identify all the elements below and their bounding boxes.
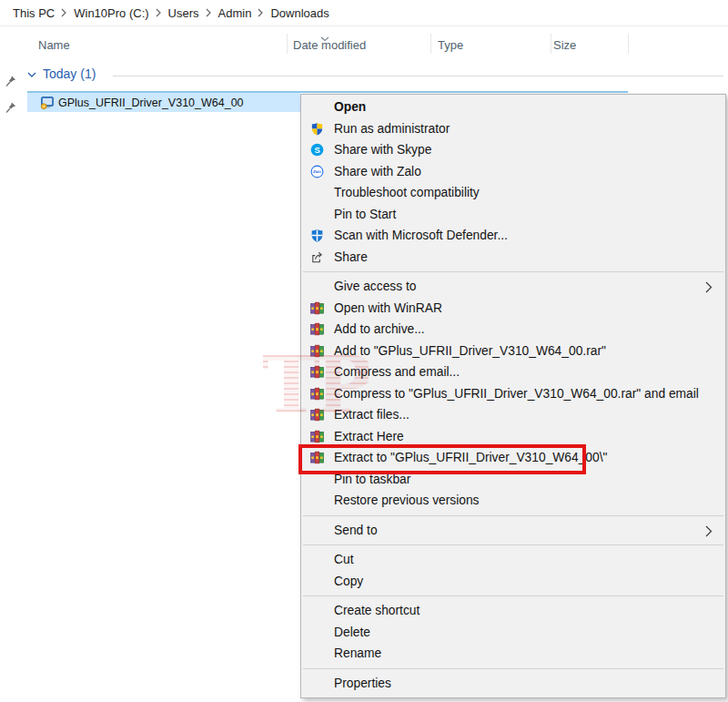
menu-item-label: Send to (334, 524, 378, 537)
file-row-selected[interactable]: GPlus_UFRII_Driver_V310_W64_00 (27, 93, 300, 112)
menu-separator (303, 271, 723, 272)
menu-item-label: Cut (334, 553, 353, 566)
chevron-down-icon (27, 66, 36, 82)
winrar-icon (308, 300, 325, 316)
menu-item-label: Share with Zalo (334, 165, 421, 178)
menu-item-run-as-administrator[interactable]: Run as administrator (301, 118, 725, 140)
menu-item-label: Pin to taskbar (334, 473, 410, 486)
pin-icon (4, 101, 17, 118)
column-header-size[interactable]: Size (553, 38, 576, 52)
uac-shield-icon (308, 120, 325, 137)
menu-item-label: Properties (334, 677, 391, 690)
menu-item-label: Run as administrator (334, 122, 450, 136)
menu-item-restore-previous-versions[interactable]: Restore previous versions (301, 490, 725, 512)
skype-icon: S (308, 142, 325, 158)
column-resize-handle[interactable] (287, 34, 288, 54)
menu-item-troubleshoot-compatibility[interactable]: Troubleshoot compatibility (301, 182, 725, 204)
menu-item-label: Rename (334, 646, 381, 660)
defender-shield-icon (308, 228, 325, 244)
menu-item-send-to[interactable]: Send to (301, 520, 725, 542)
column-resize-handle[interactable] (628, 34, 629, 54)
group-header-label: Today (1) (43, 66, 96, 81)
breadcrumb-item-this-pc[interactable]: This PC (9, 6, 58, 20)
zalo-icon: Zalo (308, 163, 325, 179)
breadcrumb: This PC Win10Pro (C:) Users Admin Downlo… (0, 0, 728, 26)
menu-item-label: Add to archive... (334, 322, 425, 336)
menu-item-label: Troubleshoot compatibility (334, 186, 480, 199)
menu-item-open-with-winrar[interactable]: Open with WinRAR (301, 298, 725, 320)
menu-item-pin-to-taskbar[interactable]: Pin to taskbar (301, 469, 725, 491)
menu-separator (303, 668, 723, 669)
menu-item-label: Add to "GPlus_UFRII_Driver_V310_W64_00.r… (334, 344, 606, 358)
menu-item-compress-to-rar-and-email[interactable]: Compress to "GPlus_UFRII_Driver_V310_W64… (301, 383, 725, 405)
menu-item-share[interactable]: Share (301, 247, 725, 269)
menu-item-label: Share with Skype (334, 143, 431, 157)
breadcrumb-item-admin[interactable]: Admin (215, 6, 256, 20)
breadcrumb-chevron-icon[interactable] (203, 8, 215, 17)
winrar-icon (308, 407, 325, 423)
winrar-icon (308, 450, 325, 466)
winrar-icon (308, 342, 325, 359)
breadcrumb-chevron-icon[interactable] (255, 8, 267, 17)
menu-item-label: Open (334, 100, 366, 114)
menu-separator (303, 544, 723, 545)
menu-item-label: Share (334, 250, 368, 264)
menu-item-delete[interactable]: Delete (301, 622, 725, 644)
breadcrumb-chevron-icon[interactable] (58, 8, 70, 17)
menu-item-compress-and-email[interactable]: Compress and email... (301, 361, 725, 383)
pin-icon (4, 75, 17, 92)
winrar-icon (308, 385, 325, 402)
menu-item-add-to-rar[interactable]: Add to "GPlus_UFRII_Driver_V310_W64_00.r… (301, 341, 725, 362)
column-header-row: Name Date modified Type Size (0, 26, 728, 59)
menu-item-copy[interactable]: Copy (301, 571, 725, 593)
menu-item-label: Compress to "GPlus_UFRII_Driver_V310_W64… (334, 387, 699, 401)
menu-item-extract-files[interactable]: Extract files... (301, 404, 725, 426)
menu-item-label: Delete (334, 626, 370, 639)
menu-item-rename[interactable]: Rename (301, 643, 725, 665)
file-name: GPlus_UFRII_Driver_V310_W64_00 (58, 97, 244, 109)
menu-item-share-with-skype[interactable]: S Share with Skype (301, 139, 725, 161)
menu-item-label: Compress and email... (334, 365, 460, 379)
menu-item-pin-to-start[interactable]: Pin to Start (301, 204, 725, 226)
column-header-date-modified[interactable]: Date modified (293, 38, 366, 52)
menu-item-label: Pin to Start (334, 208, 396, 221)
menu-item-label: Copy (334, 575, 363, 588)
breadcrumb-chevron-icon[interactable] (153, 8, 165, 17)
menu-item-label: Extract Here (334, 430, 404, 443)
column-header-name[interactable]: Name (38, 38, 70, 52)
menu-item-give-access-to[interactable]: Give access to (301, 276, 725, 298)
breadcrumb-item-drive[interactable]: Win10Pro (C:) (70, 6, 152, 20)
menu-item-label: Open with WinRAR (334, 301, 442, 315)
menu-item-label: Extract to "GPlus_UFRII_Driver_V310_W64_… (334, 451, 607, 464)
installer-file-icon (39, 95, 55, 110)
winrar-icon (308, 428, 325, 444)
column-header-type[interactable]: Type (438, 38, 463, 52)
svg-text:Zalo: Zalo (312, 169, 321, 174)
menu-separator (303, 515, 723, 516)
menu-item-label: Give access to (334, 280, 416, 293)
menu-item-open[interactable]: Open (301, 97, 725, 118)
menu-item-share-with-zalo[interactable]: Zalo Share with Zalo (301, 161, 725, 183)
menu-item-label: Create shortcut (334, 604, 420, 617)
menu-item-properties[interactable]: Properties (301, 673, 725, 695)
menu-item-extract-to-folder[interactable]: Extract to "GPlus_UFRII_Driver_V310_W64_… (301, 447, 725, 469)
context-menu: Open Run as administrator S Share with S… (300, 94, 726, 698)
breadcrumb-item-downloads[interactable]: Downloads (267, 6, 332, 20)
menu-item-scan-with-defender[interactable]: Scan with Microsoft Defender... (301, 225, 725, 247)
winrar-icon (308, 321, 325, 338)
menu-item-create-shortcut[interactable]: Create shortcut (301, 600, 725, 622)
menu-item-label: Scan with Microsoft Defender... (334, 229, 508, 242)
group-header-today[interactable]: Today (1) (27, 66, 96, 82)
menu-item-add-to-archive[interactable]: Add to archive... (301, 319, 725, 341)
menu-item-label: Extract files... (334, 408, 410, 422)
winrar-icon (308, 364, 325, 381)
group-header-rule (113, 76, 723, 76)
submenu-chevron-icon (705, 281, 713, 296)
breadcrumb-item-users[interactable]: Users (165, 6, 203, 20)
column-resize-handle[interactable] (551, 34, 551, 54)
svg-text:S: S (314, 146, 319, 155)
menu-item-extract-here[interactable]: Extract Here (301, 426, 725, 448)
column-resize-handle[interactable] (430, 34, 431, 54)
menu-item-cut[interactable]: Cut (301, 549, 725, 571)
share-icon (308, 249, 325, 265)
